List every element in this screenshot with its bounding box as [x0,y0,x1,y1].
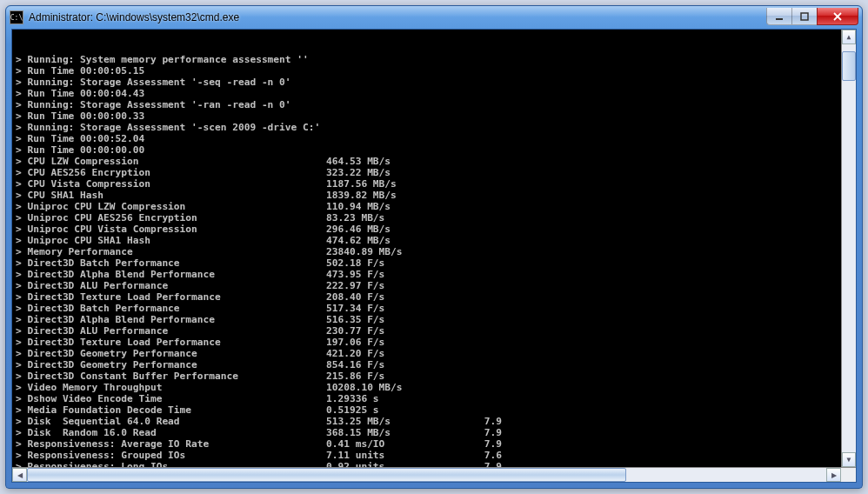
console-line: > Direct3D Batch Performance 502.18 F/s [16,257,852,269]
scroll-corner [841,468,856,482]
console-line: > Running: Storage Assessment '-scen 200… [16,122,852,133]
console-line: > Uniproc CPU Vista Compression 296.46 M… [16,224,852,235]
console-line: > Direct3D ALU Performance 222.97 F/s [16,280,852,291]
console-line: > Direct3D Batch Performance 517.34 F/s [16,303,852,314]
console-line: > Responsiveness: Average IO Rate 0.41 m… [16,438,852,450]
maximize-button[interactable] [791,8,818,25]
console-line: > CPU SHA1 Hash 1839.82 MB/s [16,190,852,201]
horizontal-scrollbar[interactable]: ◀ ▶ [12,467,856,482]
vertical-scrollbar[interactable]: ▲ ▼ [841,30,856,467]
close-button[interactable] [817,8,858,25]
console-line: > Uniproc CPU AES256 Encryption 83.23 MB… [16,212,852,224]
console-line: > Run Time 00:00:04.43 [16,88,852,99]
console-line: > Dshow Video Encode Time 1.29336 s [16,393,852,404]
scroll-left-button[interactable]: ◀ [12,468,27,482]
scroll-up-button[interactable]: ▲ [842,30,856,44]
horizontal-scroll-track[interactable] [27,468,826,482]
console-line: > Responsiveness: Long IOs 0.92 units 7.… [16,461,852,467]
console-line: > Running: Storage Assessment '-seq -rea… [16,77,852,88]
svg-rect-1 [801,13,808,20]
console-line: > Uniproc CPU SHA1 Hash 474.62 MB/s [16,235,852,246]
console-line: > Run Time 00:00:00.33 [16,110,852,122]
vertical-scroll-thumb[interactable] [842,51,856,81]
console-line: > Disk Random 16.0 Read 368.15 MB/s 7.9 [16,427,852,438]
console-line: > Direct3D Alpha Blend Performance 473.9… [16,269,852,280]
console-line: > Direct3D Alpha Blend Performance 516.3… [16,314,852,325]
console-line: > Disk Sequential 64.0 Read 513.25 MB/s … [16,416,852,427]
cmd-window: C:\ Administrator: C:\windows\system32\c… [5,5,863,489]
scroll-right-button[interactable]: ▶ [826,468,841,482]
console-line: > CPU Vista Compression 1187.56 MB/s [16,178,852,190]
console-line: > CPU AES256 Encryption 323.22 MB/s [16,167,852,178]
titlebar[interactable]: C:\ Administrator: C:\windows\system32\c… [6,6,862,29]
console-line: > Direct3D Geometry Performance 854.16 F… [16,359,852,370]
scroll-down-button[interactable]: ▼ [842,452,856,467]
horizontal-scroll-thumb[interactable] [27,468,626,482]
console-line: > Responsiveness: Grouped IOs 7.11 units… [16,450,852,461]
window-title: Administrator: C:\windows\system32\cmd.e… [29,11,767,23]
console-line: > Memory Performance 23840.89 MB/s [16,246,852,257]
console-line: > Media Foundation Decode Time 0.51925 s [16,404,852,416]
console-line: > Run Time 00:00:05.15 [16,65,852,77]
console-line: > Uniproc CPU LZW Compression 110.94 MB/… [16,201,852,212]
vertical-scroll-track[interactable] [842,44,856,452]
console-line: > Video Memory Throughput 10208.10 MB/s [16,382,852,393]
console-line: > Running: System memory performance ass… [16,54,852,65]
client-area: > Running: System memory performance ass… [11,29,857,483]
console-output[interactable]: > Running: System memory performance ass… [12,30,856,467]
console-line: > Direct3D Geometry Performance 421.20 F… [16,348,852,359]
console-line: > Direct3D Texture Load Performance 197.… [16,337,852,348]
console-line: > Direct3D Constant Buffer Performance 2… [16,370,852,382]
console-line: > Direct3D ALU Performance 230.77 F/s [16,325,852,337]
minimize-button[interactable] [766,8,792,25]
app-icon: C:\ [10,10,23,24]
console-line: > CPU LZW Compression 464.53 MB/s [16,156,852,167]
console-line: > Running: Storage Assessment '-ran -rea… [16,99,852,110]
console-line: > Direct3D Texture Load Performance 208.… [16,291,852,303]
console-line: > Run Time 00:00:00.00 [16,144,852,156]
console-line: > Run Time 00:00:52.04 [16,133,852,144]
window-controls [767,8,858,25]
svg-rect-0 [776,18,783,20]
